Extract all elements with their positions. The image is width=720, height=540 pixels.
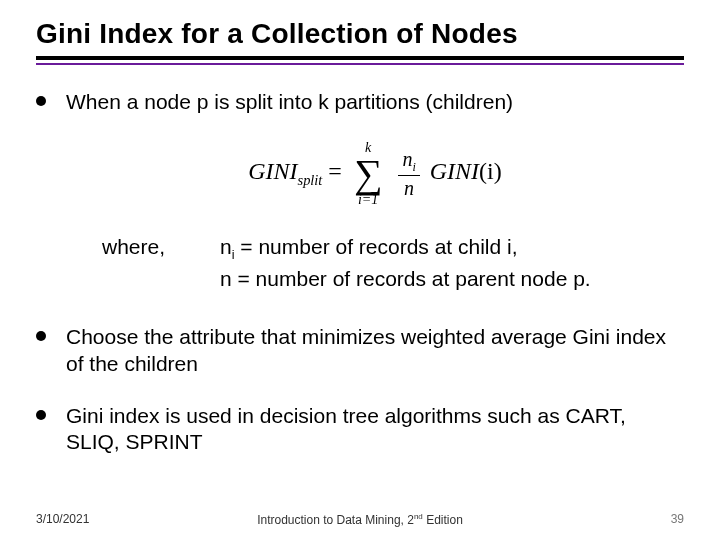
where-definitions: ni = number of records at child i, n = n… <box>220 234 591 294</box>
def2-symbol: n <box>220 267 232 290</box>
fraction-numerator: ni <box>398 147 419 176</box>
slide-footer: 3/10/2021 Introduction to Data Mining, 2… <box>36 512 684 526</box>
summation: k ∑ i=1 <box>354 139 383 208</box>
def2-text: = number of records at parent node p. <box>232 267 591 290</box>
footer-title-post: Edition <box>423 513 463 527</box>
where-def-1: ni = number of records at child i, <box>220 234 591 264</box>
footer-page-number: 39 <box>671 512 684 526</box>
num-sub: i <box>412 160 415 174</box>
sigma-icon: ∑ <box>354 157 383 191</box>
formula-lhs-sub: split <box>298 172 323 188</box>
where-block: where, ni = number of records at child i… <box>66 234 684 294</box>
bullet-item: Choose the attribute that minimizes weig… <box>36 324 684 377</box>
num-n: n <box>402 148 412 170</box>
formula-rhs-arg: (i) <box>479 158 502 184</box>
bullet-text: Choose the attribute that minimizes weig… <box>66 325 666 374</box>
footer-title-pre: Introduction to Data Mining, 2 <box>257 513 414 527</box>
formula-rhs-func: GINI <box>430 158 479 184</box>
bullet-text: When a node p is split into k partitions… <box>66 90 513 113</box>
bullet-item: Gini index is used in decision tree algo… <box>36 403 684 456</box>
footer-date: 3/10/2021 <box>36 512 89 526</box>
sum-lower: i=1 <box>358 191 378 209</box>
formula-lhs: GINI <box>248 158 297 184</box>
where-def-2: n = number of records at parent node p. <box>220 266 591 292</box>
slide-title: Gini Index for a Collection of Nodes <box>36 18 684 50</box>
def1-text: = number of records at child i, <box>235 235 518 258</box>
formula-block: GINIsplit = k ∑ i=1 ni n GINI(i) <box>66 133 684 214</box>
fraction-denominator: n <box>400 176 418 201</box>
slide-body: When a node p is split into k partitions… <box>36 89 684 455</box>
rule-black <box>36 56 684 60</box>
where-label: where, <box>102 234 192 294</box>
rule-purple <box>36 63 684 65</box>
def1-symbol: n <box>220 235 232 258</box>
title-underline <box>36 56 684 65</box>
footer-center: Introduction to Data Mining, 2nd Edition <box>36 512 684 527</box>
footer-title-sup: nd <box>414 512 423 521</box>
bullet-text: Gini index is used in decision tree algo… <box>66 404 626 453</box>
gini-split-formula: GINIsplit = k ∑ i=1 ni n GINI(i) <box>232 133 518 214</box>
slide: Gini Index for a Collection of Nodes Whe… <box>0 0 720 540</box>
bullet-list: When a node p is split into k partitions… <box>36 89 684 455</box>
bullet-item: When a node p is split into k partitions… <box>36 89 684 294</box>
fraction: ni n <box>398 147 419 201</box>
equals-sign: = <box>328 158 348 184</box>
